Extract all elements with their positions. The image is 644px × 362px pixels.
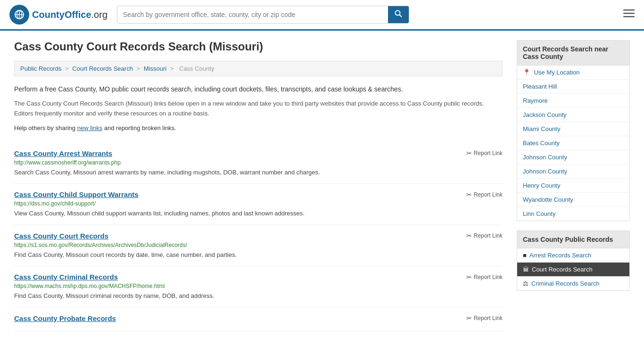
record-desc-2: Find Cass County, Missouri court records…: [14, 250, 503, 260]
public-records-item-0[interactable]: ■ Arrest Records Search: [517, 248, 629, 263]
nearby-link-1[interactable]: Raymore: [523, 97, 548, 104]
svg-line-6: [400, 15, 402, 17]
court-records-label: Court Records Search: [532, 266, 593, 273]
breadcrumb-public-records[interactable]: Public Records: [20, 65, 61, 72]
nearby-item-3[interactable]: Miami County: [517, 122, 629, 136]
record-header-0: Cass County Arrest Warrants ✂ Report Lin…: [14, 149, 503, 157]
nearby-link-7[interactable]: Henry County: [523, 182, 560, 189]
nearby-link-9[interactable]: Linn County: [523, 210, 555, 217]
breadcrumb-missouri[interactable]: Missouri: [144, 65, 166, 72]
nearby-link-6[interactable]: Johnson County: [523, 168, 567, 175]
share-text-suffix: and reporting broken links.: [102, 124, 176, 132]
header: CountyOffice.org: [0, 0, 644, 31]
nearby-item-4[interactable]: Bates County: [517, 136, 629, 150]
record-url-0[interactable]: http://www.cassmosheriff.org/warrants.ph…: [14, 159, 503, 166]
search-bar: [117, 6, 409, 24]
report-icon-0: ✂: [466, 149, 472, 157]
intro-paragraph-1: Perform a free Cass County, MO public co…: [14, 84, 503, 94]
arrest-records-icon: ■: [523, 252, 527, 259]
search-input[interactable]: [117, 7, 388, 22]
sidebar: Court Records Search near Cass County 📍 …: [517, 40, 630, 331]
breadcrumb-court-records-search[interactable]: Court Records Search: [72, 65, 133, 72]
breadcrumb-cass-county: Cass County: [179, 65, 214, 72]
report-icon-4: ✂: [466, 314, 472, 322]
report-link-0[interactable]: ✂ Report Link: [466, 149, 503, 157]
record-desc-0: Search Cass County, Missouri arrest warr…: [14, 168, 503, 177]
nearby-item-0[interactable]: Pleasant Hill: [517, 80, 629, 94]
record-item-3: Cass County Criminal Records ✂ Report Li…: [14, 266, 503, 308]
records-list: Cass County Arrest Warrants ✂ Report Lin…: [14, 143, 503, 331]
record-title-1[interactable]: Cass County Child Support Warrants: [14, 190, 139, 198]
nearby-item-5[interactable]: Johnson County: [517, 150, 629, 165]
public-records-section: ■ Arrest Records Search 🏛 Court Records …: [517, 248, 630, 291]
report-link-label-3: Report Link: [474, 274, 503, 280]
record-title-0[interactable]: Cass County Arrest Warrants: [14, 149, 112, 157]
share-text-prefix: Help others by sharing: [14, 124, 77, 132]
criminal-records-icon: ⚖: [523, 280, 528, 287]
record-url-2[interactable]: https://s1.sos.mo.gov/Records/Archives/A…: [14, 242, 503, 248]
report-link-label-4: Report Link: [474, 315, 503, 321]
breadcrumb-sep-3: >: [170, 65, 175, 72]
main-container: Cass County Court Records Search (Missou…: [0, 31, 644, 341]
report-icon-3: ✂: [466, 273, 472, 281]
page-title: Cass County Court Records Search (Missou…: [14, 40, 503, 53]
nearby-link-5[interactable]: Johnson County: [523, 154, 567, 161]
report-link-4[interactable]: ✂ Report Link: [466, 314, 503, 322]
arrest-records-link[interactable]: Arrest Records Search: [529, 252, 592, 259]
nearby-section: 📍 Use My Location Pleasant Hill Raymore …: [517, 66, 630, 221]
record-item-4: Cass County Probate Records ✂ Report Lin…: [14, 308, 503, 331]
report-link-3[interactable]: ✂ Report Link: [466, 273, 503, 281]
location-pin-icon: 📍: [523, 69, 530, 76]
record-title-2[interactable]: Cass County Court Records: [14, 232, 108, 240]
record-desc-3: Find Cass County, Missouri criminal reco…: [14, 291, 503, 301]
svg-point-5: [396, 11, 400, 16]
new-links-link[interactable]: new links: [77, 124, 102, 132]
nearby-section-header: Court Records Search near Cass County: [517, 40, 630, 66]
report-link-label-2: Report Link: [474, 232, 503, 239]
report-link-label-1: Report Link: [474, 191, 503, 198]
report-icon-1: ✂: [466, 191, 472, 198]
search-icon: [395, 10, 402, 17]
public-records-section-header: Cass County Public Records: [517, 230, 630, 248]
nearby-link-4[interactable]: Bates County: [523, 140, 560, 147]
use-my-location-link[interactable]: Use My Location: [534, 69, 580, 76]
court-records-icon: 🏛: [523, 266, 529, 273]
record-url-1[interactable]: https://dss.mo.gov/child-support/: [14, 200, 503, 207]
nearby-link-2[interactable]: Jackson County: [523, 111, 567, 118]
public-records-item-1[interactable]: 🏛 Court Records Search: [517, 263, 629, 277]
intro-paragraph-3: Help others by sharing new links and rep…: [14, 123, 503, 133]
nearby-item-6[interactable]: Johnson County: [517, 165, 629, 179]
nearby-item-8[interactable]: Wyandotte County: [517, 193, 629, 207]
intro-paragraph-2: The Cass County Court Records Search (Mi…: [14, 99, 503, 119]
nearby-link-8[interactable]: Wyandotte County: [523, 196, 573, 203]
logo-text: CountyOffice.org: [32, 9, 107, 20]
logo-brand: CountyOffice: [32, 9, 91, 20]
hamburger-menu-icon[interactable]: [623, 8, 635, 22]
use-my-location-item[interactable]: 📍 Use My Location: [517, 66, 629, 80]
logo[interactable]: CountyOffice.org: [9, 5, 107, 25]
nearby-link-3[interactable]: Miami County: [523, 125, 560, 132]
report-icon-2: ✂: [466, 232, 472, 239]
breadcrumb: Public Records > Court Records Search > …: [14, 61, 503, 76]
nearby-item-2[interactable]: Jackson County: [517, 108, 629, 122]
record-item-2: Cass County Court Records ✂ Report Link …: [14, 225, 503, 267]
logo-icon: [9, 5, 29, 25]
nearby-link-0[interactable]: Pleasant Hill: [523, 83, 557, 90]
record-item-1: Cass County Child Support Warrants ✂ Rep…: [14, 184, 503, 225]
record-title-3[interactable]: Cass County Criminal Records: [14, 273, 118, 281]
search-button[interactable]: [388, 6, 409, 23]
report-link-label-0: Report Link: [474, 150, 503, 156]
logo-svg: [13, 8, 26, 21]
public-records-item-2[interactable]: ⚖ Criminal Records Search: [517, 277, 629, 290]
svg-rect-8: [623, 13, 635, 14]
record-url-3[interactable]: https://www.machs.mshp.dps.mo.gov/MACHSF…: [14, 283, 503, 289]
criminal-records-link[interactable]: Criminal Records Search: [531, 280, 600, 287]
report-link-2[interactable]: ✂ Report Link: [466, 232, 503, 239]
nearby-item-9[interactable]: Linn County: [517, 207, 629, 221]
report-link-1[interactable]: ✂ Report Link: [466, 191, 503, 198]
record-title-4[interactable]: Cass County Probate Records: [14, 314, 116, 322]
nearby-item-1[interactable]: Raymore: [517, 94, 629, 108]
breadcrumb-sep-2: >: [137, 65, 142, 72]
logo-suffix: .org: [91, 9, 107, 20]
nearby-item-7[interactable]: Henry County: [517, 179, 629, 193]
